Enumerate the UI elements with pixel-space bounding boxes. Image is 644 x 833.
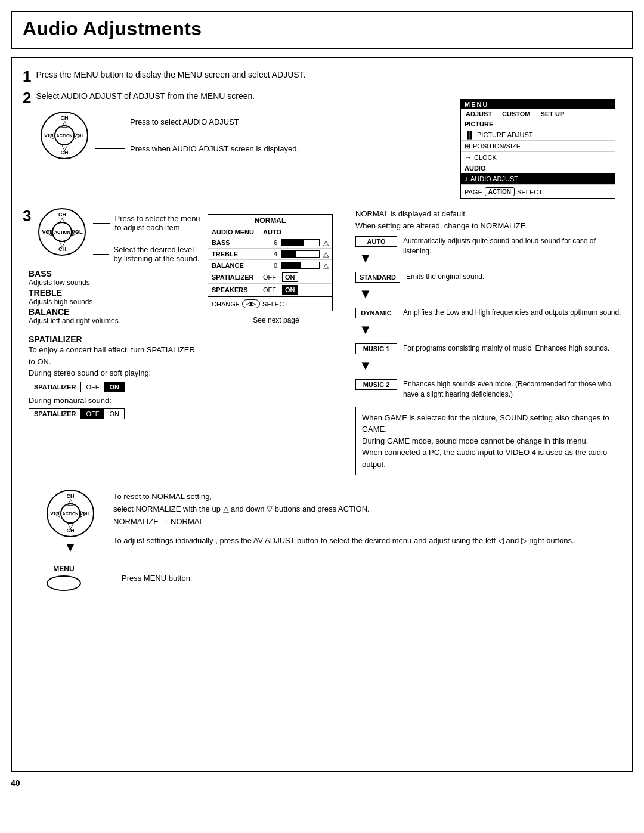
treble-section: TREBLE Adjusts high sounds [29,288,202,306]
normal-note-line2: When setting are altered, change to NORM… [355,220,621,232]
callout-text-1: Press to select AUDIO ADJUST [130,117,239,126]
step2-number: 2 [23,90,31,106]
balance-bar [281,262,320,269]
callout-text-4: Select the desired level by listening at… [114,245,202,263]
sound-mode-auto: AUTO ▼ Automatically adjusts quite sound… [355,236,621,267]
page-title-box: Audio Adjustments [11,11,633,49]
spatializer-box2-on: ON [104,409,124,419]
desc-auto: Automatically adjusts quite sound and lo… [403,236,621,256]
audio-row-speakers: SPEAKERS OFF ON [208,284,332,296]
desc-standard: Emits the original sound. [406,272,484,282]
page-title: Audio Adjustments [23,18,202,39]
audio-change-row: CHANGE ◁▷ SELECT [208,296,332,311]
page-number: 40 [11,778,644,788]
menu-tabs: ADJUST CUSTOM SET UP [461,109,615,119]
position-size-icon: ⊞ [465,142,470,150]
see-next-page: See next page [208,316,345,324]
game-note-line2: During GAME mode, sound mode cannot be c… [362,435,615,447]
menu-item-audio-adjust-label: AUDIO ADJUST [470,175,518,182]
game-note-line3: When connected a PC, the audio input to … [362,447,615,470]
normalize-text: To reset to NORMAL setting, select NORMA… [113,491,621,528]
balance-section: BALANCE Adjust left and right volumes [29,307,202,325]
step2-text: Select AUDIO ADJUST of ADJUST from the M… [36,90,255,103]
arrow-auto: ▼ [359,250,372,266]
arrow-left: ◁ [48,131,54,140]
bass-label: BASS [29,269,52,278]
audio-row-spatializer: SPATIALIZER OFF ON [208,271,332,284]
press-menu-text: Press MENU button. [122,574,193,583]
menu-screen: MENU ADJUST CUSTOM SET UP PICTURE ▐▌ PIC… [460,99,615,199]
badge-music2: MUSIC 2 [355,379,397,390]
treble-desc: Adjusts high sounds [29,298,202,306]
menu-item-clock-label: CLOCK [474,154,497,161]
audio-row-balance: BALANCE 0 △ [208,260,332,271]
callout-text-2: Press when AUDIO ADJUST screen is displa… [130,144,299,153]
treble-label: TREBLE [29,288,62,298]
normalize-line2: select NORMALIZE with the up △ and down … [113,503,621,516]
menu-tab-setup[interactable]: SET UP [535,109,569,119]
game-note-line1: When GAME is selected for the picture, S… [362,412,615,435]
treble-bar [281,250,320,258]
audio-row-treble: TREBLE 4 △ [208,249,332,260]
game-note-box: When GAME is selected for the picture, S… [355,407,621,476]
menu-tab-adjust[interactable]: ADJUST [461,109,497,119]
desc-music2: Enhances high sounds even more. (Recomme… [403,379,621,400]
menu-tab-custom[interactable]: CUSTOM [497,109,535,119]
callout-text-3: Press to select the menu to adjust each … [115,214,202,232]
spatializer-desc1: To enjoy a concert hall effect, turn SPA… [29,344,202,367]
desc-dynamic: Amplifies the Low and High frequencies a… [403,308,621,318]
normal-note: NORMAL is displayed at default. When set… [355,208,621,231]
menu-oval-button[interactable] [47,575,81,591]
step1-text: Press the MENU button to display the MEN… [36,69,305,81]
sound-mode-dynamic: DYNAMIC ▼ Amplifies the Low and High fre… [355,308,621,339]
spatializer-desc3: During monaural sound: [29,395,202,407]
spatializer-title: SPATIALIZER [29,335,202,344]
remote-2: CH CH VOL VOL △ ▽ ◁ ▷ ACTION [38,208,86,256]
menu-item-audio-adjust[interactable]: ♪ AUDIO ADJUST [461,174,615,185]
remote-1: CH CH VOL VOL △ ▽ ◁ ▷ ACTION [41,112,88,159]
menu-section-audio: AUDIO [461,163,615,174]
audio-row-bass: BASS 6 △ [208,237,332,249]
menu-button-row: MENU Press MENU button. [47,565,621,591]
audio-table-label-normal: NORMAL [208,215,332,227]
balance-desc: Adjust left and right volumes [29,317,202,325]
step-1: 1 Press the MENU button to display the M… [23,69,621,84]
desc-music1: For programs consisting mainly of music.… [403,343,609,354]
balance-label: BALANCE [29,307,69,317]
arrow-up: △ [61,119,68,128]
menu-item-position-size-label: POSITION/SIZE [473,143,521,150]
menu-label: MENU [53,565,74,573]
remote-3: CH CH VOL VOL △ ▽ ◁ ▷ ACTION [47,490,94,537]
spatializer-box1-off: OFF [80,382,104,392]
menu-section-picture: PICTURE [461,119,615,129]
menu-item-picture-adjust-label: PICTURE ADJUST [477,131,533,138]
menu-screen-title: MENU [461,100,615,109]
normal-note-line1: NORMAL is displayed at default. [355,208,621,220]
spatializer-box2-off: OFF [80,409,104,419]
badge-dynamic: DYNAMIC [355,308,397,318]
spatializer-box1-on: ON [104,382,124,392]
spatializer-box-1: SPATIALIZER OFF ON [29,382,125,392]
sound-modes: AUTO ▼ Automatically adjusts quite sound… [355,236,621,400]
change-label: CHANGE [212,301,240,308]
sound-mode-music1: MUSIC 1 ▼ For programs consisting mainly… [355,343,621,374]
menu-item-clock[interactable]: → CLOCK [461,152,615,163]
audio-adj-wrap: NORMAL AUDIO MENU AUTO BASS 6 △ [208,214,345,324]
step-2: 2 Select AUDIO ADJUST of ADJUST from the… [23,90,448,106]
down-arrow-bottom: ▼ [64,540,77,555]
menu-page-label: PAGE [465,188,482,196]
menu-action-btn[interactable]: ACTION [485,187,515,196]
audio-row-menu: AUDIO MENU AUTO [208,227,332,237]
sound-mode-standard: STANDARD ▼ Emits the original sound. [355,272,621,303]
spatializer-section: SPATIALIZER To enjoy a concert hall effe… [29,335,202,422]
menu-item-picture-adjust[interactable]: ▐▌ PICTURE ADJUST [461,129,615,141]
spatializer-box-2: SPATIALIZER OFF ON [29,408,125,419]
adjust-text: To adjust settings individually , press … [113,535,621,547]
audio-adjust-icon: ♪ [465,175,468,183]
arrow-right: ▷ [75,131,81,140]
menu-item-position-size[interactable]: ⊞ POSITION/SIZE [461,141,615,152]
bass-section: BASS Adjusts low sounds [29,269,202,287]
select-label: SELECT [262,301,288,308]
change-btn[interactable]: ◁▷ [242,299,260,308]
menu-select-label: SELECT [517,188,543,196]
